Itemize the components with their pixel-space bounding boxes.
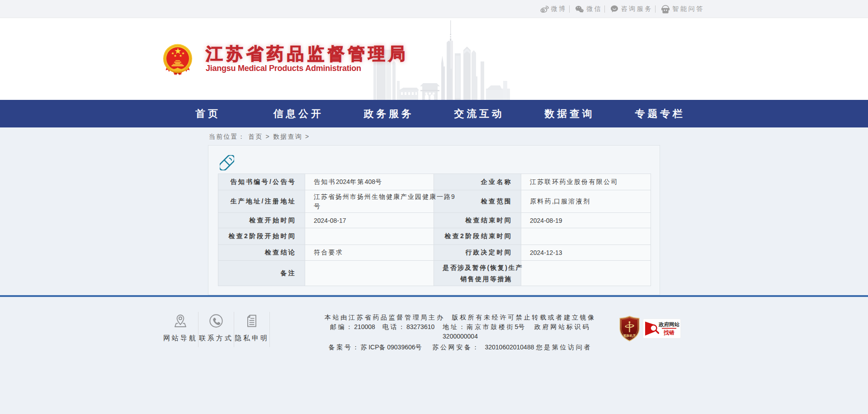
svg-text:找错: 找错: [663, 329, 675, 336]
svg-text:政府网站: 政府网站: [658, 321, 680, 327]
svg-text:党政机关: 党政机关: [623, 334, 636, 338]
